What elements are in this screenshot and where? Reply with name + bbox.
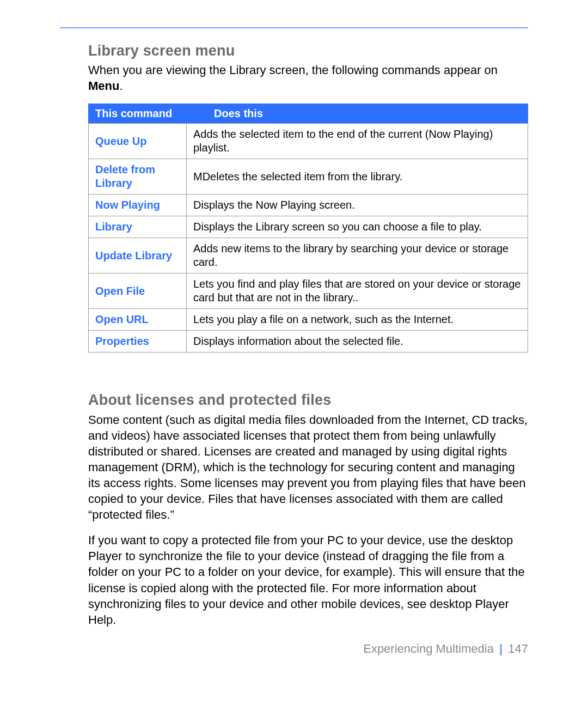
commands-table: This command Does this Queue Up Adds the… [88, 104, 528, 353]
table-row: Properties Displays information about th… [89, 331, 528, 353]
table-row: Library Displays the Library screen so y… [89, 216, 528, 238]
cmd-desc: Adds the selected item to the end of the… [187, 124, 528, 159]
content-area: Library screen menu When you are viewing… [60, 42, 528, 628]
cmd-name: Now Playing [89, 195, 187, 216]
cmd-desc: Adds new items to the library by searchi… [187, 238, 528, 274]
table-row: Open URL Lets you play a file on a netwo… [89, 309, 528, 331]
footer-chapter: Experiencing Multimedia [363, 642, 494, 655]
cmd-name: Delete from Library [89, 159, 187, 195]
intro-text: When you are viewing the Library screen,… [88, 63, 498, 77]
document-page: Library screen menu When you are viewing… [0, 0, 588, 683]
heading-library-menu: Library screen menu [88, 42, 528, 59]
table-header-row: This command Does this [89, 104, 528, 124]
cmd-name: Properties [89, 331, 187, 353]
footer-separator: | [497, 642, 505, 655]
cmd-desc: MDeletes the selected item from the libr… [187, 159, 528, 195]
header-does-this: Does this [187, 104, 528, 124]
heading-about-licenses: About licenses and protected files [88, 392, 528, 409]
page-footer: Experiencing Multimedia | 147 [60, 642, 528, 656]
table-row: Update Library Adds new items to the lib… [89, 238, 528, 274]
licenses-para-1: Some content (such as digital media file… [88, 412, 528, 522]
intro-paragraph: When you are viewing the Library screen,… [88, 63, 528, 94]
cmd-desc: Displays the Library screen so you can c… [187, 216, 528, 238]
cmd-name: Queue Up [89, 124, 187, 159]
cmd-name: Open URL [89, 309, 187, 331]
footer-page-number: 147 [508, 642, 528, 655]
intro-suffix: . [119, 79, 122, 93]
header-this-command: This command [89, 104, 187, 124]
cmd-desc: Displays information about the selected … [187, 331, 528, 353]
intro-bold: Menu [88, 79, 119, 93]
cmd-desc: Lets you play a file on a network, such … [187, 309, 528, 331]
cmd-name: Update Library [89, 238, 187, 274]
table-row: Open File Lets you find and play files t… [89, 274, 528, 309]
cmd-name: Library [89, 216, 187, 238]
section-gap [88, 353, 528, 392]
cmd-desc: Displays the Now Playing screen. [187, 195, 528, 216]
cmd-name: Open File [89, 274, 187, 309]
table-row: Now Playing Displays the Now Playing scr… [89, 195, 528, 216]
table-row: Delete from Library MDeletes the selecte… [89, 159, 528, 195]
licenses-para-2: If you want to copy a protected file fro… [88, 532, 528, 627]
cmd-desc: Lets you find and play files that are st… [187, 274, 528, 309]
top-divider [60, 27, 528, 28]
table-row: Queue Up Adds the selected item to the e… [89, 124, 528, 159]
